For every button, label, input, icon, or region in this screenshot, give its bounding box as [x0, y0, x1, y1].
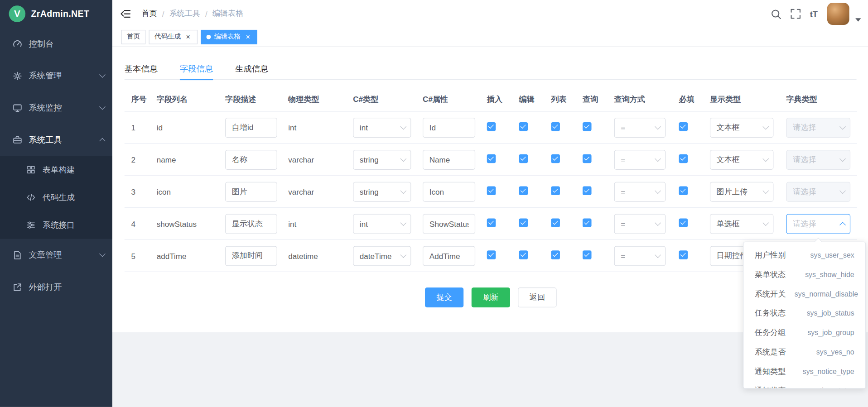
field-desc-input[interactable] [225, 149, 277, 169]
query-mode-select[interactable]: = [614, 214, 666, 234]
fullscreen-icon[interactable] [791, 9, 800, 19]
query-checkbox[interactable] [583, 154, 592, 163]
csharp-prop-input[interactable] [423, 246, 475, 266]
query-mode-select[interactable]: = [614, 182, 666, 201]
field-desc-input[interactable] [225, 118, 277, 138]
list-checkbox[interactable] [551, 250, 560, 259]
row-index: 2 [125, 155, 150, 164]
csharp-prop-input[interactable] [423, 118, 475, 138]
chevron-down-icon [839, 187, 846, 194]
column-header: 编辑 [512, 94, 545, 104]
dropdown-item[interactable]: 用户性别 sys_user_sex [743, 245, 865, 265]
field-desc-input[interactable] [225, 182, 277, 201]
dict-type-select-open[interactable]: 请选择 [786, 214, 850, 234]
edit-checkbox[interactable] [519, 154, 528, 163]
user-avatar[interactable] [827, 3, 849, 25]
required-checkbox[interactable] [679, 122, 688, 131]
query-mode-select[interactable]: = [614, 246, 666, 266]
column-header: 序号 [125, 94, 150, 104]
dropdown-item[interactable]: 系统是否 sys_yes_no [743, 342, 865, 362]
caret-down-icon[interactable] [855, 18, 861, 21]
csharp-type-select[interactable]: int [353, 118, 411, 138]
edit-checkbox[interactable] [519, 187, 528, 196]
csharp-prop-input[interactable] [423, 214, 475, 234]
navbar-actions: tT [771, 3, 868, 25]
tab-generate-info[interactable]: 生成信息 [235, 57, 268, 80]
sidebar-item-form-builder[interactable]: 表单构建 [0, 156, 112, 183]
dropdown-item[interactable]: 任务状态 sys_job_status [743, 303, 865, 323]
sidebar-item-external-open[interactable]: 外部打开 [0, 271, 112, 303]
list-checkbox[interactable] [551, 187, 560, 196]
font-size-icon[interactable]: tT [810, 9, 818, 19]
tag-code-generation[interactable]: 代码生成 [149, 29, 198, 44]
close-icon[interactable] [184, 33, 192, 41]
dropdown-item[interactable]: 通知类型 sys_notice_type [743, 362, 865, 381]
display-type-select[interactable]: 文本框 [710, 118, 773, 138]
insert-checkbox[interactable] [487, 250, 496, 259]
query-mode-select[interactable]: = [614, 149, 666, 169]
query-checkbox[interactable] [583, 218, 592, 227]
dict-type-select[interactable]: 请选择 [786, 149, 850, 169]
sidebar-item-system-monitor[interactable]: 系统监控 [0, 92, 112, 124]
dropdown-item[interactable]: 任务分组 sys_job_group [743, 323, 865, 342]
list-checkbox[interactable] [551, 154, 560, 163]
column-header: 查询 [576, 94, 608, 104]
dropdown-item[interactable]: 系统开关 sys_normal_disable [743, 284, 865, 304]
field-desc-input[interactable] [225, 246, 277, 266]
dict-type-select[interactable]: 请选择 [786, 182, 850, 201]
close-icon[interactable] [244, 33, 252, 41]
query-checkbox[interactable] [583, 122, 592, 131]
required-checkbox[interactable] [679, 187, 688, 196]
insert-checkbox[interactable] [487, 187, 496, 196]
query-checkbox[interactable] [583, 187, 592, 196]
sliders-icon [26, 220, 36, 230]
csharp-prop-input[interactable] [423, 149, 475, 169]
insert-checkbox[interactable] [487, 122, 496, 131]
required-checkbox[interactable] [679, 250, 688, 259]
edit-checkbox[interactable] [519, 250, 528, 259]
insert-checkbox[interactable] [487, 154, 496, 163]
dict-type-select[interactable]: 请选择 [786, 118, 850, 138]
edit-checkbox[interactable] [519, 218, 528, 227]
sidebar-item-article-management[interactable]: 文章管理 [0, 239, 112, 271]
field-desc-input[interactable] [225, 214, 277, 234]
query-checkbox[interactable] [583, 250, 592, 259]
display-type-select[interactable]: 图片上传 [710, 182, 773, 201]
breadcrumb-item[interactable]: 首页 [142, 9, 157, 19]
dropdown-item[interactable]: 菜单状态 sys_show_hide [743, 265, 865, 284]
display-type-select[interactable]: 单选框 [710, 214, 773, 234]
csharp-type-select[interactable]: string [353, 149, 411, 169]
tab-field-info[interactable]: 字段信息 [180, 57, 213, 80]
csharp-type-select[interactable]: int [353, 214, 411, 234]
display-type-select[interactable]: 文本框 [710, 149, 773, 169]
required-checkbox[interactable] [679, 218, 688, 227]
sidebar-fold-icon[interactable] [121, 10, 130, 19]
dropdown-item[interactable]: 通知状态 sys_notice_status [743, 381, 865, 388]
sidebar-item-system-api[interactable]: 系统接口 [0, 211, 112, 239]
query-mode-select[interactable]: = [614, 118, 666, 138]
back-button[interactable]: 返回 [518, 287, 556, 307]
list-checkbox[interactable] [551, 122, 560, 131]
breadcrumb-separator: / [205, 10, 207, 19]
csharp-prop-input[interactable] [423, 182, 475, 201]
edit-checkbox[interactable] [519, 122, 528, 131]
dict-type-dropdown: 用户性别 sys_user_sex 菜单状态 sys_show_hide 系统开… [743, 242, 866, 389]
insert-checkbox[interactable] [487, 218, 496, 227]
chevron-down-icon [655, 187, 661, 194]
tab-basic-info[interactable]: 基本信息 [125, 57, 158, 80]
refresh-button[interactable]: 刷新 [472, 287, 510, 307]
sidebar-item-dashboard[interactable]: 控制台 [0, 28, 112, 60]
breadcrumb-item[interactable]: 系统工具 [169, 9, 200, 19]
tag-home[interactable]: 首页 [121, 29, 145, 44]
sidebar-item-system-management[interactable]: 系统管理 [0, 60, 112, 92]
sidebar-item-system-tools[interactable]: 系统工具 [0, 124, 112, 156]
csharp-type-select[interactable]: dateTime [353, 246, 411, 266]
submit-button[interactable]: 提交 [425, 287, 463, 307]
list-checkbox[interactable] [551, 218, 560, 227]
search-icon[interactable] [771, 9, 781, 19]
tag-edit-table[interactable]: 编辑表格 [201, 29, 257, 44]
csharp-type-select[interactable]: string [353, 182, 411, 201]
sidebar-item-code-generation[interactable]: 代码生成 [0, 183, 112, 211]
row-index: 5 [125, 251, 150, 260]
required-checkbox[interactable] [679, 154, 688, 163]
